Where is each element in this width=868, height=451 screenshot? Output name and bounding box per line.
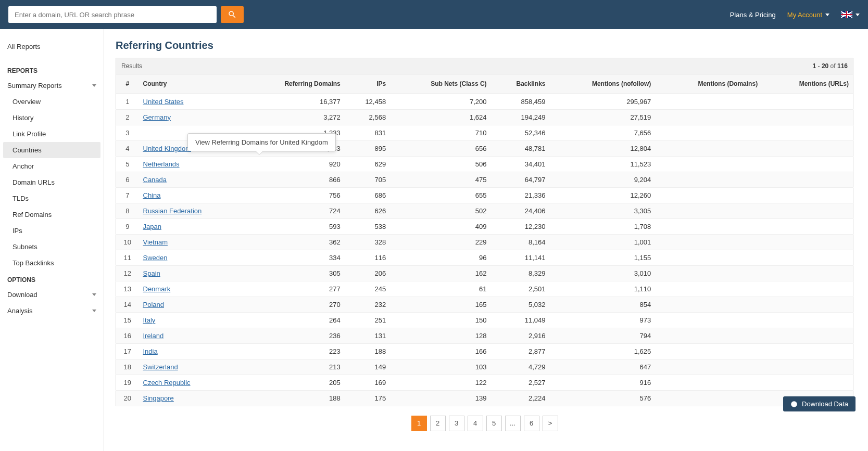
country-link[interactable]: Canada xyxy=(143,176,167,184)
sidebar-download[interactable]: Download xyxy=(0,287,104,303)
results-range: 1 - 20 of 116 xyxy=(813,62,848,70)
my-account-menu[interactable]: My Account xyxy=(787,11,829,19)
cell-bl: 2,916 xyxy=(491,328,550,343)
chevron-down-icon xyxy=(856,14,860,16)
cell-mnf: 647 xyxy=(550,359,656,375)
col-mentions-urls[interactable]: Mentions (URLs) xyxy=(762,74,853,94)
country-link[interactable]: Poland xyxy=(143,301,164,308)
cell-ips: 175 xyxy=(345,390,390,406)
sidebar-item-overview[interactable]: Overview xyxy=(0,94,104,110)
cell-sn: 7,200 xyxy=(390,94,490,109)
my-account-label: My Account xyxy=(787,11,822,19)
col-num[interactable]: # xyxy=(116,74,139,94)
cell-bl: 24,406 xyxy=(491,203,550,218)
table-row: 14Poland2702321655,032854 xyxy=(116,297,853,312)
pager-page-2[interactable]: 2 xyxy=(430,416,446,431)
country-link[interactable]: Italy xyxy=(143,316,156,324)
country-link: Denmark xyxy=(139,281,244,297)
sidebar-item-top-backlinks[interactable]: Top Backlinks xyxy=(0,255,104,271)
cell-rd: 3,272 xyxy=(244,109,344,125)
sidebar-analysis[interactable]: Analysis xyxy=(0,303,104,319)
cell-mnf: 27,519 xyxy=(550,109,656,125)
cell-md xyxy=(655,328,762,343)
country-link: Russian Federation xyxy=(139,203,244,218)
cell-bl: 34,401 xyxy=(491,156,550,172)
cell-bl: 21,336 xyxy=(491,187,550,203)
col-mentions-nofollow[interactable]: Mentions (nofollow) xyxy=(550,74,656,94)
country-link[interactable]: Sweden xyxy=(143,254,168,262)
country-link[interactable]: Germany xyxy=(143,113,171,121)
country-link[interactable]: India xyxy=(143,347,158,355)
cell-bl: 8,329 xyxy=(491,265,550,281)
sidebar-item-domain-urls[interactable]: Domain URLs xyxy=(0,174,104,190)
country-link[interactable]: Singapore xyxy=(143,394,174,402)
row-num: 4 xyxy=(116,140,139,156)
plans-pricing-link[interactable]: Plans & Pricing xyxy=(730,11,776,19)
col-ref-domains[interactable]: Referring Domains xyxy=(244,74,344,94)
cell-bl: 2,501 xyxy=(491,281,550,297)
sidebar-item-subnets[interactable]: Subnets xyxy=(0,239,104,255)
cell-rd: 334 xyxy=(244,250,344,265)
country-link[interactable]: United States xyxy=(143,98,184,106)
cell-sn: 165 xyxy=(390,297,490,312)
pager-page-1[interactable]: 1 xyxy=(411,416,427,431)
pager-page-4[interactable]: 4 xyxy=(468,416,483,431)
country-link[interactable]: Russian Federation xyxy=(143,207,202,215)
cell-md xyxy=(655,359,762,375)
cell-rd: 866 xyxy=(244,172,344,187)
all-reports-link[interactable]: All Reports xyxy=(0,38,104,62)
cell-ips: 895 xyxy=(345,140,390,156)
table-row: 17India2231881662,8771,625 xyxy=(116,343,853,359)
pager-page-5[interactable]: 5 xyxy=(486,416,502,431)
col-ips[interactable]: IPs xyxy=(345,74,390,94)
country-link[interactable]: Ireland xyxy=(143,332,164,340)
sidebar-item-tlds[interactable]: TLDs xyxy=(0,190,104,207)
pager-page-3[interactable]: 3 xyxy=(449,416,464,431)
search-input[interactable] xyxy=(8,6,217,23)
col-country[interactable]: Country xyxy=(139,74,244,94)
country-link[interactable]: Netherlands xyxy=(143,160,180,168)
country-link[interactable]: Spain xyxy=(143,269,160,277)
sidebar-item-history[interactable]: History xyxy=(0,110,104,126)
row-num: 20 xyxy=(116,390,139,406)
table-row: 8Russian Federation72462650224,4063,305 xyxy=(116,203,853,218)
cell-mnf: 3,305 xyxy=(550,203,656,218)
country-link[interactable]: Japan xyxy=(143,223,161,230)
pager-page-6[interactable]: 6 xyxy=(524,416,539,431)
language-selector[interactable] xyxy=(841,11,860,18)
table-row: 7China75668665521,33612,260 xyxy=(116,187,853,203)
cell-sn: 162 xyxy=(390,265,490,281)
col-mentions-domains[interactable]: Mentions (Domains) xyxy=(655,74,762,94)
cell-ips: 169 xyxy=(345,375,390,390)
col-backlinks[interactable]: Backlinks xyxy=(491,74,550,94)
row-num: 13 xyxy=(116,281,139,297)
country-link[interactable]: United Kingdom xyxy=(143,145,192,152)
sidebar-summary-reports[interactable]: Summary Reports xyxy=(0,78,104,94)
cell-mnf: 1,001 xyxy=(550,234,656,250)
country-link[interactable]: Denmark xyxy=(143,285,171,293)
cell-sn: 710 xyxy=(390,125,490,140)
cell-mu xyxy=(762,203,853,218)
download-data-button[interactable]: Download Data xyxy=(783,396,856,411)
sidebar-item-ips[interactable]: IPs xyxy=(0,223,104,239)
pager-next[interactable]: > xyxy=(543,416,558,431)
col-subnets[interactable]: Sub Nets (Class C) xyxy=(390,74,490,94)
cell-mnf: 11,523 xyxy=(550,156,656,172)
country-link[interactable]: Czech Republic xyxy=(143,379,191,386)
cell-rd: 223 xyxy=(244,343,344,359)
sidebar-item-anchor[interactable]: Anchor xyxy=(0,158,104,174)
cell-mu xyxy=(762,281,853,297)
cell-mnf: 916 xyxy=(550,375,656,390)
sidebar-item-ref-domains[interactable]: Ref Domains xyxy=(0,207,104,223)
cell-sn: 166 xyxy=(390,343,490,359)
cell-md xyxy=(655,187,762,203)
country-link[interactable]: Switzerland xyxy=(143,363,178,371)
sidebar-item-link-profile[interactable]: Link Profile xyxy=(0,126,104,142)
cell-md xyxy=(655,172,762,187)
cell-md xyxy=(655,218,762,234)
cell-md xyxy=(655,390,762,406)
search-button[interactable] xyxy=(221,6,244,23)
country-link[interactable]: Vietnam xyxy=(143,238,168,246)
country-link[interactable]: China xyxy=(143,191,161,199)
sidebar-item-countries[interactable]: Countries xyxy=(3,142,100,158)
